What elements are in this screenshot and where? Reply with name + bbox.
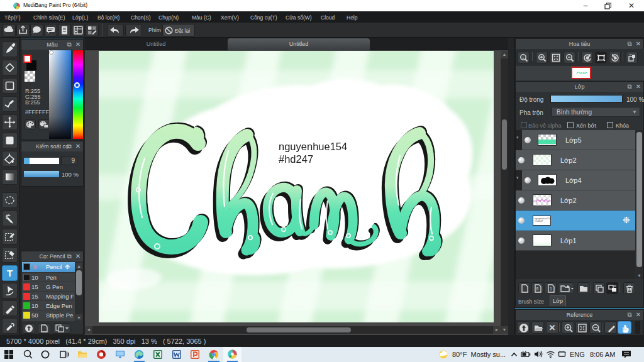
svg-text:1: 1 bbox=[522, 56, 525, 60]
svg-text:8: 8 bbox=[536, 287, 539, 291]
svg-text:nguyenhue154: nguyenhue154 bbox=[279, 141, 347, 152]
svg-text:#hd247: #hd247 bbox=[279, 153, 313, 165]
svg-text:1: 1 bbox=[550, 287, 552, 291]
